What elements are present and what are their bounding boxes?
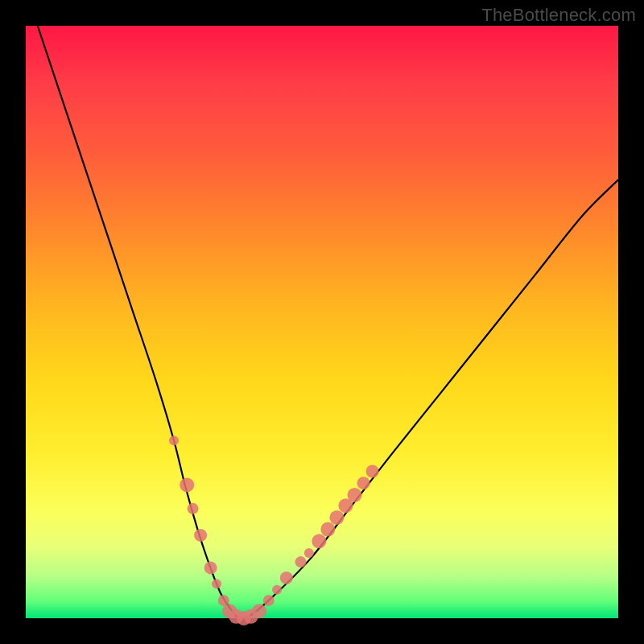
curve-marker — [252, 604, 266, 618]
curve-marker — [304, 548, 314, 558]
curve-marker — [188, 503, 199, 514]
curve-marker — [347, 488, 361, 502]
watermark-text: TheBottleneck.com — [481, 5, 636, 26]
curve-marker — [272, 585, 282, 595]
curve-marker — [366, 464, 379, 477]
curve-marker — [204, 561, 217, 574]
curve-marker — [263, 595, 275, 606]
curve-marker — [320, 522, 335, 537]
curve-marker — [329, 510, 344, 525]
curve-marker — [280, 572, 293, 584]
curve-marker — [357, 477, 370, 489]
curve-marker — [312, 534, 326, 548]
curve-markers — [169, 436, 379, 625]
curve-marker — [212, 579, 221, 588]
curve-marker — [169, 436, 179, 445]
curve-marker — [295, 556, 307, 568]
chart-svg — [26, 26, 618, 618]
chart-container: { "watermark": "TheBottleneck.com", "col… — [0, 0, 644, 644]
curve-marker — [194, 529, 207, 542]
curve-marker — [180, 477, 194, 492]
